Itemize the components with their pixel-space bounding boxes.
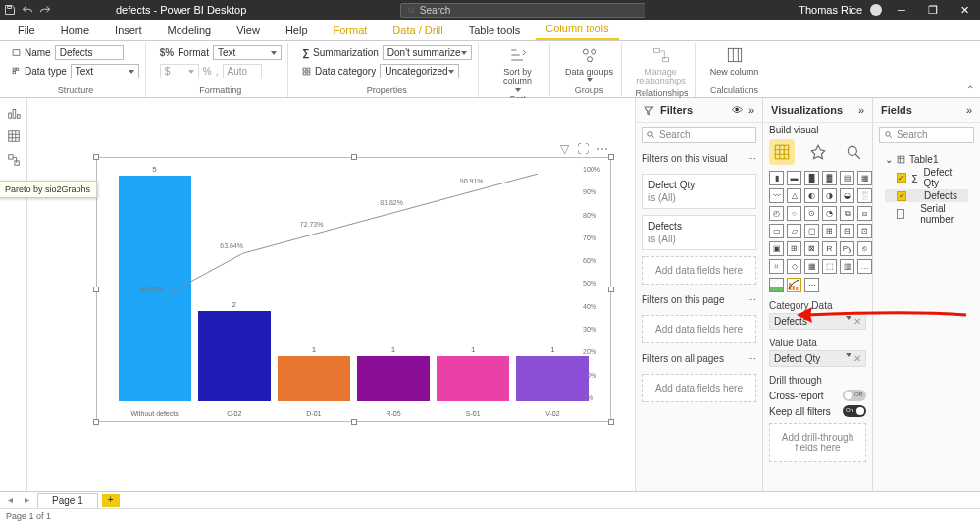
viz-icon[interactable]: △	[787, 188, 801, 203]
viz-icon[interactable]: 〰	[769, 188, 784, 203]
page-tab-1[interactable]: Page 1	[37, 493, 98, 508]
data-view-icon[interactable]	[7, 130, 21, 143]
build-mode[interactable]	[769, 139, 795, 165]
viz-icon[interactable]: ◒	[840, 188, 854, 203]
model-view-icon[interactable]	[7, 153, 21, 167]
tab-format[interactable]: Format	[324, 21, 378, 40]
fields-search[interactable]: Search	[879, 127, 974, 143]
visual-filter-drop[interactable]: Add data fields here	[642, 256, 756, 285]
tab-column-tools[interactable]: Column tools	[536, 19, 618, 40]
chart-visual[interactable]: ▽ ⛶ ⋯ 521111 100%90%80%70%60%50%40%30%20…	[96, 157, 611, 422]
viz-icon[interactable]: ▱	[787, 224, 801, 238]
viz-icon[interactable]: Py	[840, 241, 854, 256]
show-filter-icon[interactable]: 👁	[732, 104, 743, 116]
page-next[interactable]: ▸	[21, 495, 33, 505]
viz-icon[interactable]: ▢	[804, 224, 819, 238]
value-well[interactable]: Defect Qty ✕	[769, 350, 866, 367]
filter-search[interactable]: Search	[642, 127, 756, 143]
field-item[interactable]: Serial number	[885, 202, 968, 226]
avatar[interactable]	[870, 4, 882, 16]
collapse-viz-icon[interactable]: »	[858, 104, 864, 116]
collapse-ribbon[interactable]: ⌃	[966, 84, 974, 95]
data-groups-button[interactable]: Data groups	[564, 45, 615, 82]
decimals-input[interactable]: Auto	[223, 64, 262, 78]
viz-icon[interactable]: ▭	[769, 224, 784, 238]
field-checkbox[interactable]: ✓	[897, 173, 906, 183]
tab-home[interactable]: Home	[51, 21, 99, 40]
viz-icon[interactable]: ⊙	[804, 206, 819, 221]
viz-icon[interactable]: ▓	[822, 171, 837, 185]
filter-card-defects[interactable]: Defectsis (All)	[642, 215, 756, 250]
tab-data-drill[interactable]: Data / Drill	[383, 21, 452, 40]
viz-icon[interactable]: ▣	[769, 241, 784, 256]
viz-icon[interactable]: ◑	[822, 188, 837, 203]
save-icon[interactable]	[4, 4, 16, 16]
viz-icon[interactable]: ▬	[787, 171, 801, 185]
window-minimize[interactable]: ─	[890, 4, 913, 16]
summarization-select[interactable]: Don't summarize	[383, 45, 472, 60]
viz-icon[interactable]: ▥	[840, 259, 854, 274]
currency-btn[interactable]: $	[160, 64, 199, 78]
page-prev[interactable]: ◂	[4, 495, 17, 505]
cross-report-toggle[interactable]: Off	[843, 390, 866, 401]
redo-icon[interactable]	[39, 4, 51, 16]
field-item[interactable]: ✓∑Defect Qty	[885, 166, 968, 189]
viz-icon[interactable]: R	[822, 241, 837, 256]
comma-btn[interactable]: ,	[216, 66, 219, 77]
viz-icon[interactable]: ○	[787, 206, 801, 221]
keep-filters-toggle[interactable]: On	[843, 405, 866, 417]
manage-relationships-button[interactable]: Manage relationships	[636, 45, 687, 86]
viz-pareto[interactable]	[787, 278, 801, 292]
viz-icon[interactable]: ░	[857, 188, 872, 203]
analytics-mode[interactable]	[841, 139, 866, 165]
section-menu-icon[interactable]: ⋯	[747, 153, 756, 164]
sort-by-column-button[interactable]: Sort by column	[492, 45, 543, 92]
collapse-filters-icon[interactable]: »	[748, 104, 754, 116]
visual-filter-icon[interactable]: ▽	[560, 142, 569, 156]
window-close[interactable]: ✕	[953, 4, 976, 17]
bar[interactable]	[516, 356, 589, 401]
bar[interactable]	[357, 356, 430, 401]
viz-icon[interactable]: ⊞	[822, 224, 837, 238]
viz-get-more[interactable]: ⋯	[804, 278, 819, 292]
viz-icon[interactable]: ⧈	[857, 206, 872, 221]
viz-icon[interactable]: ⊞	[787, 241, 801, 256]
category-select[interactable]: Uncategorized	[380, 64, 458, 78]
viz-icon[interactable]: ◴	[769, 206, 784, 221]
bar[interactable]	[278, 356, 350, 401]
viz-icon[interactable]: ⬚	[822, 259, 837, 274]
viz-icon[interactable]: ⌗	[769, 259, 784, 274]
format-mode[interactable]	[805, 139, 831, 165]
viz-icon[interactable]: █	[804, 171, 819, 185]
format-select[interactable]: Text	[213, 45, 282, 60]
tab-view[interactable]: View	[227, 21, 270, 40]
report-view-icon[interactable]	[7, 106, 21, 120]
viz-icon[interactable]: ⎋	[857, 241, 872, 256]
viz-icon[interactable]: ▮	[769, 171, 784, 185]
more-options-icon[interactable]: ⋯	[596, 142, 608, 156]
undo-icon[interactable]	[22, 4, 33, 16]
tab-help[interactable]: Help	[276, 21, 318, 40]
report-canvas[interactable]: ▽ ⛶ ⋯ 521111 100%90%80%70%60%50%40%30%20…	[27, 98, 635, 491]
field-item[interactable]: ✓Defects	[885, 189, 968, 202]
tab-file[interactable]: File	[8, 21, 45, 40]
tab-modeling[interactable]: Modeling	[158, 21, 222, 40]
viz-custom1[interactable]	[769, 278, 784, 292]
page-filter-drop[interactable]: Add data fields here	[642, 315, 756, 343]
viz-icon[interactable]: ◐	[804, 188, 819, 203]
filter-card-defectqty[interactable]: Defect Qtyis (All)	[642, 174, 756, 209]
bar[interactable]	[437, 356, 509, 401]
percent-btn[interactable]: %	[203, 66, 212, 77]
drill-drop[interactable]: Add drill-through fields here	[769, 423, 866, 462]
category-well[interactable]: Defects ✕	[769, 313, 866, 330]
viz-icon[interactable]: ⊠	[804, 241, 819, 256]
new-column-button[interactable]: New column	[709, 45, 760, 77]
viz-icon[interactable]: ▦	[804, 259, 819, 274]
global-search[interactable]: Search	[400, 3, 645, 18]
viz-icon[interactable]: ⧉	[840, 206, 854, 221]
all-filter-drop[interactable]: Add data fields here	[642, 374, 756, 402]
viz-icon[interactable]: ◔	[822, 206, 837, 221]
datatype-select[interactable]: Text	[71, 64, 139, 78]
add-page[interactable]: +	[102, 494, 120, 507]
tab-insert[interactable]: Insert	[105, 21, 152, 40]
